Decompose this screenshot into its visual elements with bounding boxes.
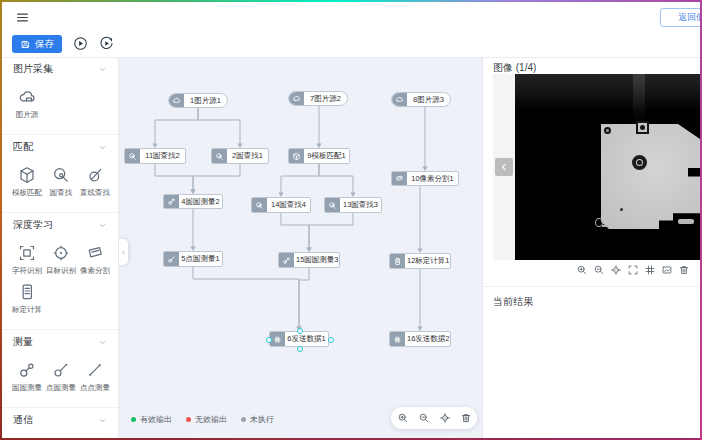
image-source-icon bbox=[17, 87, 37, 107]
tool-label: 图片源 bbox=[16, 110, 39, 120]
point-circle-icon bbox=[164, 252, 179, 266]
section-title: 深度学习 bbox=[13, 218, 53, 232]
tool-label: 字符识别 bbox=[12, 266, 42, 276]
tool-标定计算[interactable]: 标定计算 bbox=[10, 282, 44, 315]
tool-圆圆测量[interactable]: 圆圆测量 bbox=[10, 360, 44, 393]
cloud-icon bbox=[292, 94, 301, 103]
viewer-trash-button[interactable] bbox=[678, 264, 690, 276]
node-12[interactable]: 12标定计算1 bbox=[389, 253, 451, 269]
connection-handle[interactable] bbox=[297, 346, 303, 352]
viewer-fullscreen-button[interactable] bbox=[627, 264, 639, 276]
canvas-zoom-in-button[interactable] bbox=[397, 412, 409, 424]
tool-label: 点圆测量 bbox=[46, 383, 76, 393]
tool-sidebar: 图片采集图片源匹配模板匹配圆查找直线查找深度学习字符识别目标识别像素分割标定计算… bbox=[2, 57, 119, 438]
connection-handle[interactable] bbox=[297, 328, 303, 334]
pixel-seg-icon bbox=[395, 174, 404, 183]
hamburger-icon bbox=[15, 10, 30, 25]
node-13[interactable]: 13圆查找3 bbox=[324, 197, 382, 213]
section-header[interactable]: 图片采集 bbox=[2, 57, 118, 81]
back-button[interactable]: 返回低代 bbox=[660, 8, 702, 27]
legend-item: 有效输出 bbox=[131, 414, 172, 425]
connection-handle[interactable] bbox=[266, 337, 272, 343]
chevron-left-icon bbox=[120, 249, 127, 256]
edge-9-13 bbox=[319, 164, 353, 193]
metal-plate bbox=[601, 124, 700, 229]
menu-icon[interactable] bbox=[14, 9, 30, 25]
node-8[interactable]: 8图片源3 bbox=[391, 92, 451, 107]
tool-label: 圆查找 bbox=[50, 188, 73, 198]
node-10[interactable]: 10像素分割1 bbox=[391, 171, 459, 186]
node-label: 16发送数据2 bbox=[405, 332, 452, 346]
sidebar-section-1: 匹配模板匹配圆查找直线查找 bbox=[2, 135, 118, 213]
node-6[interactable]: 6发送数据1 bbox=[269, 331, 329, 347]
node-4[interactable]: 4圆圆测量2 bbox=[163, 194, 223, 209]
app-window: 返回低代 保存 图片采集图片源匹配模板匹配圆查找直线查找深度学习字符识别目标识别… bbox=[0, 0, 702, 440]
node-9[interactable]: 9模板匹配1 bbox=[288, 148, 350, 164]
prev-image-button[interactable] bbox=[495, 158, 513, 176]
cloud-icon bbox=[392, 93, 407, 106]
node-2[interactable]: 2圆查找1 bbox=[211, 148, 269, 164]
tool-圆查找[interactable]: 圆查找 bbox=[44, 165, 78, 198]
node-label: 8图片源3 bbox=[407, 93, 450, 106]
node-15[interactable]: 15圆圆测量3 bbox=[278, 252, 340, 268]
viewer-zoom-out-button[interactable] bbox=[593, 264, 605, 276]
viewer-zoom-in-button[interactable] bbox=[576, 264, 588, 276]
section-items: 图片源 bbox=[2, 81, 118, 128]
tool-label: 圆圆测量 bbox=[12, 383, 42, 393]
calib-calc-icon bbox=[17, 282, 37, 302]
node-label: 4圆圆测量2 bbox=[179, 195, 222, 208]
run-loop-button[interactable] bbox=[98, 35, 115, 52]
section-header[interactable]: 测量 bbox=[2, 330, 118, 354]
canvas-trash-button[interactable] bbox=[460, 412, 472, 424]
section-header[interactable]: 匹配 bbox=[2, 135, 118, 159]
legend-label: 有效输出 bbox=[140, 414, 172, 425]
send-data-icon bbox=[390, 332, 405, 346]
send-data-icon bbox=[270, 332, 285, 346]
connection-handle[interactable] bbox=[328, 337, 334, 343]
section-title: 匹配 bbox=[13, 140, 33, 154]
tool-点点测量[interactable]: 点点测量 bbox=[78, 360, 112, 393]
plate-hook-stem bbox=[602, 225, 608, 227]
viewer-nav-strip bbox=[493, 74, 515, 260]
tool-模板匹配[interactable]: 模板匹配 bbox=[10, 165, 44, 198]
tool-图片源[interactable]: 图片源 bbox=[10, 87, 44, 120]
node-1[interactable]: 1图片源1 bbox=[168, 93, 228, 108]
node-7[interactable]: 7图片源2 bbox=[288, 91, 348, 106]
tool-像素分割[interactable]: 像素分割 bbox=[78, 243, 112, 276]
circle-find-icon bbox=[325, 198, 340, 212]
save-button[interactable]: 保存 bbox=[12, 35, 62, 53]
toolbar: 保存 bbox=[2, 30, 700, 58]
viewer-locate-button[interactable] bbox=[610, 264, 622, 276]
circle-find-icon bbox=[215, 152, 224, 161]
tool-目标识别[interactable]: 目标识别 bbox=[44, 243, 78, 276]
section-header[interactable]: 通信 bbox=[2, 408, 118, 432]
edge-2-4 bbox=[193, 164, 240, 190]
cloud-icon bbox=[172, 96, 181, 105]
tool-label: 模板匹配 bbox=[12, 188, 42, 198]
section-items: 圆圆测量点圆测量点点测量 bbox=[2, 354, 118, 401]
tool-点圆测量[interactable]: 点圆测量 bbox=[44, 360, 78, 393]
canvas-locate-button[interactable] bbox=[439, 412, 451, 424]
run-once-button[interactable] bbox=[72, 35, 89, 52]
legend-item: 无效输出 bbox=[186, 414, 227, 425]
section-header[interactable]: 深度学习 bbox=[2, 213, 118, 237]
canvas-zoom-out-button[interactable] bbox=[418, 412, 430, 424]
play-loop-icon bbox=[98, 35, 115, 52]
tool-label: 目标识别 bbox=[46, 266, 76, 276]
sidebar-collapse-handle[interactable] bbox=[119, 239, 128, 265]
node-label: 15圆圆测量3 bbox=[294, 253, 341, 267]
node-14[interactable]: 14圆查找4 bbox=[251, 197, 311, 213]
section-items bbox=[2, 432, 118, 438]
circle-circle-icon bbox=[167, 197, 176, 206]
node-11[interactable]: 11圆查找2 bbox=[124, 148, 186, 164]
node-16[interactable]: 16发送数据2 bbox=[389, 331, 451, 347]
viewer-grid-button[interactable] bbox=[644, 264, 656, 276]
node-5[interactable]: 5点圆测量1 bbox=[163, 251, 223, 267]
tool-直线查找[interactable]: 直线查找 bbox=[78, 165, 112, 198]
tool-字符识别[interactable]: 字符识别 bbox=[10, 243, 44, 276]
viewer-compare-button[interactable] bbox=[661, 264, 673, 276]
flow-canvas[interactable]: 1图片源17图片源28图片源311圆查找22圆查找19模板匹配110像素分割14… bbox=[119, 57, 482, 438]
plate-center-hole bbox=[637, 160, 642, 165]
pixel-seg-icon bbox=[85, 243, 105, 263]
edge-9-14 bbox=[281, 164, 319, 193]
